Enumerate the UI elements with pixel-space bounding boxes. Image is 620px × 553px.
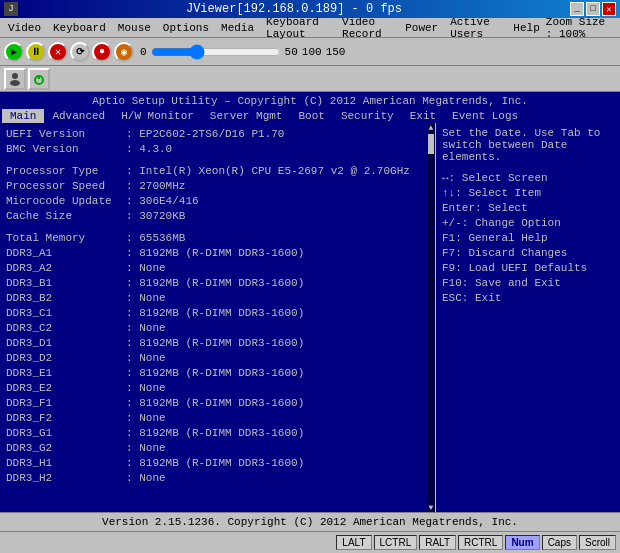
sidebar-key-hint: F1: General Help xyxy=(442,231,614,246)
bios-row-key: DDR3_C1 xyxy=(6,306,126,320)
menu-mouse[interactable]: Mouse xyxy=(112,21,157,35)
bios-scrollbar[interactable]: ▲ ▼ xyxy=(427,123,435,512)
bios-nav-servermgmt[interactable]: Server Mgmt xyxy=(202,109,291,123)
sidebar-key-hint: Enter: Select xyxy=(442,201,614,216)
play-button[interactable]: ▶ xyxy=(4,42,24,62)
bios-row-key: Total Memory xyxy=(6,231,126,245)
bios-row-key: DDR3_H1 xyxy=(6,456,126,470)
bios-row-key: DDR3_G1 xyxy=(6,426,126,440)
sidebar-key-hint: F10: Save and Exit xyxy=(442,276,614,291)
menu-power[interactable]: Power xyxy=(399,21,444,35)
bios-data-row: Total Memory: 65536MB xyxy=(6,231,429,245)
bios-row-key: DDR3_C2 xyxy=(6,321,126,335)
menu-video[interactable]: Video xyxy=(2,21,47,35)
menu-active-users[interactable]: Active Users xyxy=(444,15,507,41)
bios-data-row: UEFI Version: EP2C602-2TS6/D16 P1.70 xyxy=(6,127,429,141)
menu-help[interactable]: Help xyxy=(507,21,545,35)
close-button[interactable]: ✕ xyxy=(602,2,616,16)
status-key-scroll[interactable]: Scroll xyxy=(579,535,616,550)
refresh-button[interactable]: ⟳ xyxy=(70,42,90,62)
bios-row-key: Microcode Update xyxy=(6,194,126,208)
bios-data-row: DDR3_E1: 8192MB (R-DIMM DDR3-1600) xyxy=(6,366,429,380)
slider-min-label: 0 xyxy=(140,46,147,58)
bios-row-key: DDR3_E2 xyxy=(6,381,126,395)
bios-nav-boot[interactable]: Boot xyxy=(290,109,332,123)
menu-keyboard-layout[interactable]: Keyboard Layout xyxy=(260,15,336,41)
bios-nav-advanced[interactable]: Advanced xyxy=(44,109,113,123)
bios-row-key: DDR3_D1 xyxy=(6,336,126,350)
power-icon-button[interactable] xyxy=(28,68,50,90)
bios-row-key: DDR3_A1 xyxy=(6,246,126,260)
menu-media[interactable]: Media xyxy=(215,21,260,35)
bios-nav-hwmonitor[interactable]: H/W Monitor xyxy=(113,109,202,123)
sidebar-key-hint: ↔: Select Screen xyxy=(442,171,614,186)
bios-data-row: DDR3_H1: 8192MB (R-DIMM DDR3-1600) xyxy=(6,456,429,470)
bios-body: UEFI Version: EP2C602-2TS6/D16 P1.70BMC … xyxy=(0,123,620,512)
bios-row-val: : None xyxy=(126,381,166,395)
slider-150-label: 150 xyxy=(326,46,346,58)
bios-data-row: DDR3_F1: 8192MB (R-DIMM DDR3-1600) xyxy=(6,396,429,410)
bios-row-key: DDR3_G2 xyxy=(6,441,126,455)
bios-data-row xyxy=(6,224,429,230)
bios-data-row: DDR3_D2: None xyxy=(6,351,429,365)
bios-nav-security[interactable]: Security xyxy=(333,109,402,123)
status-key-rctrl[interactable]: RCTRL xyxy=(458,535,503,550)
scroll-up-arrow[interactable]: ▲ xyxy=(429,123,434,132)
sidebar-key-hint: F7: Discard Changes xyxy=(442,246,614,261)
bios-container: Aptio Setup Utility – Copyright (C) 2012… xyxy=(0,92,620,531)
bios-data-row: Cache Size: 30720KB xyxy=(6,209,429,223)
bios-row-val: : None xyxy=(126,411,166,425)
pause-button[interactable]: ⏸ xyxy=(26,42,46,62)
bios-row-val: : None xyxy=(126,321,166,335)
app-icon: J xyxy=(4,2,18,16)
bios-data-row: DDR3_A1: 8192MB (R-DIMM DDR3-1600) xyxy=(6,246,429,260)
bios-nav: Main Advanced H/W Monitor Server Mgmt Bo… xyxy=(0,109,620,123)
status-key-lctrl[interactable]: LCTRL xyxy=(374,535,418,550)
bios-row-val: : 8192MB (R-DIMM DDR3-1600) xyxy=(126,396,304,410)
bios-row-val: : 8192MB (R-DIMM DDR3-1600) xyxy=(126,336,304,350)
zoom-slider[interactable] xyxy=(151,48,281,56)
bios-row-key: Processor Type xyxy=(6,164,126,178)
bios-nav-eventlogs[interactable]: Event Logs xyxy=(444,109,526,123)
menu-keyboard[interactable]: Keyboard xyxy=(47,21,112,35)
scroll-thumb[interactable] xyxy=(428,134,434,154)
bios-row-val: : 65536MB xyxy=(126,231,185,245)
bios-nav-exit[interactable]: Exit xyxy=(402,109,444,123)
bios-data-row: DDR3_B2: None xyxy=(6,291,429,305)
bios-row-val: : 8192MB (R-DIMM DDR3-1600) xyxy=(126,426,304,440)
sidebar-help-text: Set the Date. Use Tab to switch between … xyxy=(442,127,614,163)
record-button[interactable]: ● xyxy=(92,42,112,62)
maximize-button[interactable]: □ xyxy=(586,2,600,16)
bios-row-key: DDR3_H2 xyxy=(6,471,126,485)
menu-options[interactable]: Options xyxy=(157,21,215,35)
bios-row-key: DDR3_F1 xyxy=(6,396,126,410)
scroll-down-arrow[interactable]: ▼ xyxy=(429,503,434,512)
status-key-num[interactable]: Num xyxy=(505,535,539,550)
bios-nav-main[interactable]: Main xyxy=(2,109,44,123)
bios-row-val: : 8192MB (R-DIMM DDR3-1600) xyxy=(126,246,304,260)
menu-bar: Video Keyboard Mouse Options Media Keybo… xyxy=(0,18,620,38)
bios-data-row: DDR3_C2: None xyxy=(6,321,429,335)
bios-row-key: DDR3_F2 xyxy=(6,411,126,425)
status-key-ralt[interactable]: RALT xyxy=(419,535,456,550)
bios-sidebar: Set the Date. Use Tab to switch between … xyxy=(435,123,620,512)
record2-button[interactable]: ◉ xyxy=(114,42,134,62)
toolbar: ▶ ⏸ ✕ ⟳ ● ◉ 0 50 100 150 xyxy=(0,38,620,66)
status-key-caps[interactable]: Caps xyxy=(542,535,577,550)
user-icon xyxy=(8,72,22,86)
bios-row-key: DDR3_B1 xyxy=(6,276,126,290)
toolbar2 xyxy=(0,66,620,92)
bios-data-row: DDR3_G2: None xyxy=(6,441,429,455)
sidebar-key-hint: F9: Load UEFI Defaults xyxy=(442,261,614,276)
minimize-button[interactable]: _ xyxy=(570,2,584,16)
bios-data-row: DDR3_A2: None xyxy=(6,261,429,275)
bios-row-key: Cache Size xyxy=(6,209,126,223)
bios-row-val: : 30720KB xyxy=(126,209,185,223)
bios-row-val: : None xyxy=(126,261,166,275)
user-icon-button[interactable] xyxy=(4,68,26,90)
bios-row-val: : 8192MB (R-DIMM DDR3-1600) xyxy=(126,306,304,320)
stop-button[interactable]: ✕ xyxy=(48,42,68,62)
status-key-lalt[interactable]: LALT xyxy=(336,535,371,550)
bios-data-row: DDR3_B1: 8192MB (R-DIMM DDR3-1600) xyxy=(6,276,429,290)
menu-video-record[interactable]: Video Record xyxy=(336,15,399,41)
